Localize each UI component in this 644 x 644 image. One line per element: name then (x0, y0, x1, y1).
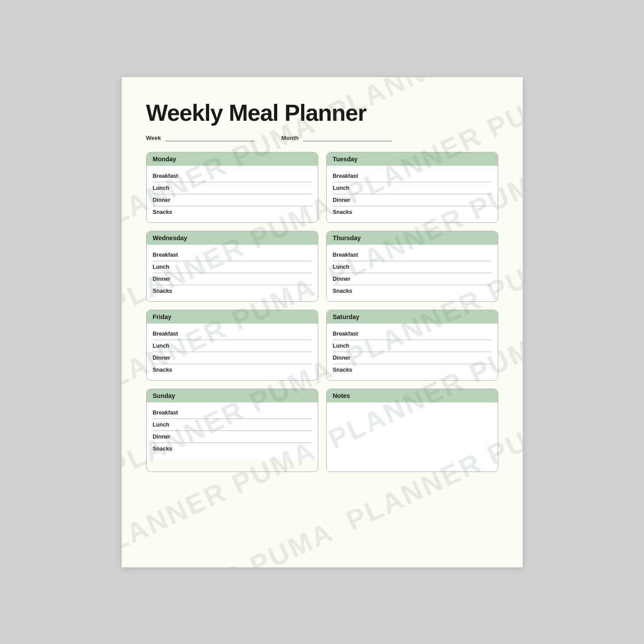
day-card-tuesday: TuesdayBreakfastLunchDinnerSnacks (326, 152, 498, 223)
meal-row-breakfast: Breakfast (153, 407, 312, 419)
meal-row-breakfast: Breakfast (153, 249, 312, 261)
meal-row-dinner: Dinner (153, 352, 312, 364)
meal-row-snacks: Snacks (153, 206, 312, 218)
month-label: Month (281, 135, 299, 141)
day-header-thursday: Thursday (327, 231, 498, 245)
day-body-thursday: BreakfastLunchDinnerSnacks (327, 245, 498, 301)
meal-row-lunch: Lunch (153, 419, 312, 431)
day-header-friday: Friday (147, 310, 318, 324)
week-field: Week (146, 134, 255, 141)
day-card-thursday: ThursdayBreakfastLunchDinnerSnacks (326, 231, 498, 302)
meal-row-breakfast: Breakfast (153, 170, 312, 182)
week-label: Week (146, 135, 161, 141)
meal-row-snacks: Snacks (153, 364, 312, 376)
day-card-monday: MondayBreakfastLunchDinnerSnacks (146, 152, 318, 223)
meal-row-snacks: Snacks (333, 206, 492, 218)
meal-row-snacks: Snacks (333, 285, 492, 297)
meal-row-lunch: Lunch (333, 261, 492, 273)
day-body-sunday: BreakfastLunchDinnerSnacks (147, 402, 318, 459)
month-line (303, 134, 392, 141)
day-body-saturday: BreakfastLunchDinnerSnacks (327, 324, 498, 380)
day-header-sunday: Sunday (147, 389, 318, 402)
day-body-tuesday: BreakfastLunchDinnerSnacks (327, 166, 498, 222)
day-body-friday: BreakfastLunchDinnerSnacks (147, 324, 318, 380)
day-body-monday: BreakfastLunchDinnerSnacks (147, 166, 318, 222)
week-line (165, 134, 254, 141)
meal-row-breakfast: Breakfast (153, 328, 312, 340)
day-body-wednesday: BreakfastLunchDinnerSnacks (147, 245, 318, 301)
meal-row-dinner: Dinner (153, 431, 312, 443)
days-grid: MondayBreakfastLunchDinnerSnacksTuesdayB… (146, 152, 498, 472)
day-card-friday: FridayBreakfastLunchDinnerSnacks (146, 310, 318, 381)
meal-row-dinner: Dinner (153, 273, 312, 285)
notes-header: Notes (327, 389, 498, 402)
meal-row-breakfast: Breakfast (333, 170, 492, 182)
meal-row-dinner: Dinner (333, 194, 492, 206)
notes-body (327, 402, 498, 472)
day-header-tuesday: Tuesday (327, 152, 498, 166)
day-card-sunday: SundayBreakfastLunchDinnerSnacks (146, 389, 318, 472)
meal-row-breakfast: Breakfast (333, 328, 492, 340)
meal-row-lunch: Lunch (153, 340, 312, 352)
meal-row-snacks: Snacks (153, 443, 312, 455)
meal-row-breakfast: Breakfast (333, 249, 492, 261)
notes-card: Notes (326, 389, 498, 472)
meal-row-dinner: Dinner (153, 194, 312, 206)
day-card-saturday: SaturdayBreakfastLunchDinnerSnacks (326, 310, 498, 381)
meal-row-snacks: Snacks (153, 285, 312, 297)
meal-row-dinner: Dinner (333, 352, 492, 364)
day-header-monday: Monday (147, 152, 318, 166)
meal-row-lunch: Lunch (153, 261, 312, 273)
meal-row-dinner: Dinner (333, 273, 492, 285)
day-header-saturday: Saturday (327, 310, 498, 324)
meal-row-lunch: Lunch (333, 340, 492, 352)
page: PLANNER PUMA PLANNER PUMA PLANNER PUMA P… (122, 77, 523, 567)
header-row: Week Month (146, 134, 498, 141)
day-header-wednesday: Wednesday (147, 231, 318, 245)
meal-row-lunch: Lunch (333, 182, 492, 194)
day-card-wednesday: WednesdayBreakfastLunchDinnerSnacks (146, 231, 318, 302)
meal-row-lunch: Lunch (153, 182, 312, 194)
month-field: Month (281, 134, 392, 141)
watermark-text: PLANNER PUMA (122, 516, 339, 567)
meal-row-snacks: Snacks (333, 364, 492, 376)
page-title: Weekly Meal Planner (146, 99, 498, 126)
